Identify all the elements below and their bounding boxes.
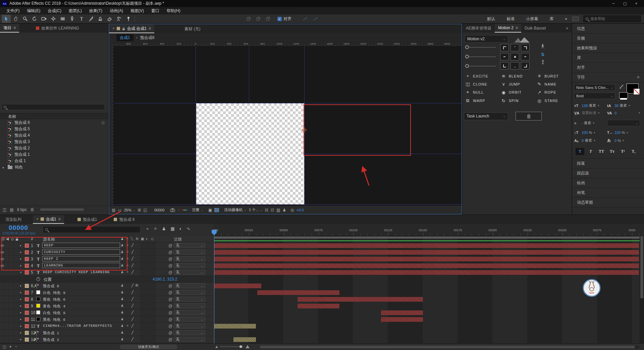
av-cell[interactable] — [0, 269, 5, 276]
parent-pickwhip-icon[interactable]: @ — [168, 331, 172, 335]
current-time-display[interactable]: 00000 — [9, 224, 28, 232]
switch-cell[interactable] — [140, 249, 145, 255]
panel-header-动态草图[interactable]: 动态草图 — [572, 198, 644, 207]
layer-duration-bar[interactable] — [214, 270, 639, 275]
av-cell[interactable] — [9, 316, 14, 322]
shy-icon[interactable]: ♟ — [121, 243, 124, 247]
layer-caret-icon[interactable]: ▸ — [20, 244, 21, 247]
parent-select[interactable]: 无⌄ — [174, 317, 205, 322]
av-cell[interactable] — [0, 323, 5, 329]
anchor-top-button[interactable] — [511, 44, 519, 51]
layer-color-swatch[interactable] — [25, 324, 29, 328]
hand-tool[interactable] — [11, 15, 20, 23]
switch-cell[interactable] — [140, 283, 145, 289]
layer-duration-bar[interactable] — [257, 290, 339, 295]
vertical-scale-value[interactable]: 100 — [582, 131, 588, 135]
switch-cell[interactable] — [140, 242, 145, 249]
switch-cell[interactable] — [140, 296, 145, 302]
eye-icon[interactable] — [1, 265, 4, 267]
clone-button[interactable]: ◫CLONE — [463, 82, 499, 87]
anchor-top-left-button[interactable] — [500, 44, 509, 51]
parent-pickwhip-icon[interactable]: @ — [168, 304, 172, 308]
property-label[interactable]: 位置 — [44, 277, 52, 283]
tab-timeline-comp1[interactable]: × 合成1 ≡ — [33, 215, 64, 224]
layer-name[interactable]: 黑色 纯色 6 — [43, 317, 65, 322]
parent-select[interactable]: 无⌄ — [174, 323, 205, 329]
av-cell[interactable] — [9, 262, 14, 269]
font-size-value[interactable]: 138 — [582, 104, 588, 108]
switch-cell[interactable] — [151, 296, 156, 302]
av-cell[interactable] — [14, 316, 19, 322]
switch-cell[interactable] — [151, 289, 156, 296]
exposure-value[interactable]: +0.0 — [297, 208, 304, 212]
parent-pickwhip-icon[interactable]: @ — [168, 250, 172, 255]
av-cell[interactable] — [0, 283, 5, 289]
quality-icon[interactable]: ╱ — [131, 337, 133, 341]
new-folder-icon[interactable]: ▤ — [10, 207, 13, 212]
collapse-icon[interactable]: ✦ — [126, 263, 129, 267]
spin-button[interactable]: ↻SPIN — [499, 98, 535, 103]
null-button[interactable]: ⌖NULL — [463, 90, 499, 95]
tab-effect-controls[interactable]: 效果控件 LEARNING — [33, 24, 83, 33]
minimize-button[interactable]: ─ — [608, 0, 619, 7]
switch-cell[interactable] — [146, 269, 150, 276]
switch-cell[interactable] — [140, 289, 145, 296]
close-tab-icon[interactable]: × — [112, 26, 115, 31]
layer-row[interactable]: ▸11黑色 纯色 6♟╱@无⌄ — [0, 316, 213, 323]
shy-icon[interactable]: ♟ — [121, 337, 124, 341]
task-launch-select[interactable]: Task Launch⌄ — [464, 112, 508, 120]
viewer-ruler-left[interactable] — [109, 42, 114, 205]
quality-icon[interactable]: ╱ — [131, 310, 133, 314]
anchor-bottom-right-button[interactable] — [521, 62, 530, 69]
project-hscrollbar[interactable] — [40, 208, 84, 211]
shy-icon[interactable]: ♟ — [121, 310, 124, 314]
layer-duration-bar[interactable] — [214, 243, 639, 248]
layer-color-swatch[interactable] — [25, 297, 29, 301]
parent-select[interactable]: 无⌄ — [174, 330, 205, 335]
layer-name[interactable]: 预合成 2 — [43, 337, 59, 342]
rotate-tool[interactable] — [30, 15, 39, 23]
collapse-icon[interactable]: ✦ — [126, 270, 129, 274]
av-cell[interactable] — [5, 330, 9, 336]
switch-cell[interactable] — [146, 336, 150, 343]
tracking-value[interactable]: 0 — [614, 111, 616, 115]
layer-caret-icon[interactable]: ▸ — [20, 298, 21, 301]
layer-duration-bar[interactable] — [214, 284, 261, 288]
av-cell[interactable] — [5, 249, 9, 255]
av-cell[interactable] — [5, 336, 9, 343]
switch-cell[interactable] — [146, 256, 150, 262]
layer-duration-bar[interactable] — [298, 297, 423, 302]
zoom-out-mountain-icon[interactable] — [215, 346, 218, 348]
monitor-icon[interactable]: ▭ — [118, 208, 121, 212]
layer-row[interactable]: ▸7白色 纯色 9♟╱@无⌄ — [0, 289, 213, 296]
render-time-icon[interactable]: ◔ — [15, 345, 17, 349]
grid-guides-icon[interactable]: ⊞ — [138, 208, 141, 212]
switch-cell[interactable] — [140, 330, 145, 336]
rectangle-tool[interactable] — [58, 15, 67, 23]
menu-item[interactable]: 帮助(H) — [163, 7, 184, 14]
switch-cell[interactable] — [151, 336, 156, 343]
layer-row[interactable]: ▸13预合成 1♟╱@无⌄ — [0, 330, 213, 336]
tab-composition[interactable]: × 合成 合成1 ≡ — [109, 24, 154, 33]
layer-name[interactable]: KEEP 2 — [42, 256, 120, 261]
motion-preset-select[interactable]: Motion v2⌄ — [465, 35, 508, 43]
quality-icon[interactable]: ╱ — [131, 257, 133, 260]
faux-style-button[interactable]: TT — [597, 148, 606, 155]
layer-color-swatch[interactable] — [25, 264, 29, 268]
anchor-left-button[interactable] — [500, 53, 509, 60]
axis-mode-view-icon[interactable] — [263, 15, 272, 23]
anchor-right-button[interactable] — [521, 53, 530, 60]
parent-select[interactable]: 无⌄ — [174, 290, 205, 295]
tab-motion-2[interactable]: Motion 2 ≡ — [495, 24, 521, 33]
shy-icon[interactable]: ♟ — [121, 250, 124, 254]
anchor-point-icon[interactable] — [302, 128, 306, 132]
layer-row[interactable]: ▸14预合成 2♟╱@无⌄ — [0, 336, 213, 343]
quality-icon[interactable]: ╱ — [131, 331, 133, 334]
layer-color-swatch[interactable] — [25, 311, 29, 315]
layer-name[interactable]: 白色 纯色 9 — [43, 290, 65, 295]
parent-select[interactable]: 无⌄ — [174, 337, 205, 342]
layer-color-swatch[interactable] — [25, 250, 29, 254]
av-cell[interactable] — [9, 296, 14, 302]
switch-cell[interactable] — [140, 262, 145, 269]
layer-color-swatch[interactable] — [25, 317, 29, 321]
